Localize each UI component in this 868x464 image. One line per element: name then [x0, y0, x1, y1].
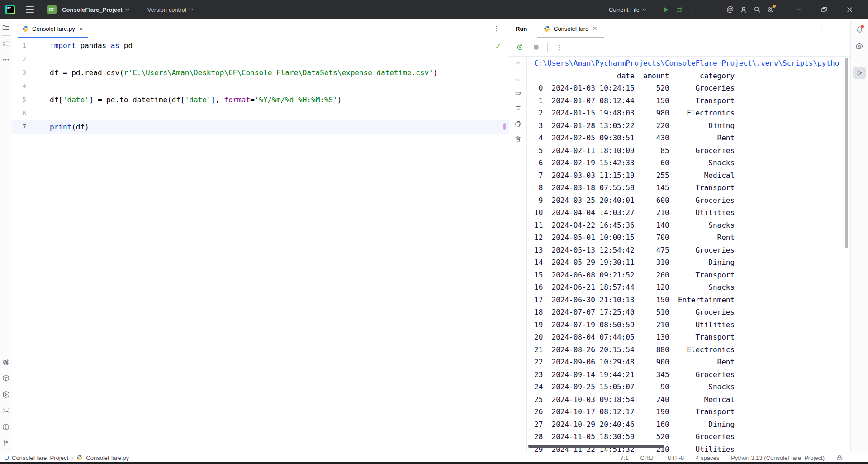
structure-tool-button[interactable]: [1, 38, 11, 48]
line-number[interactable]: 7: [12, 123, 26, 130]
up-stacktrace-button[interactable]: [514, 60, 522, 68]
scroll-to-end-button[interactable]: [514, 105, 522, 113]
console-table-row: 12 2024-05-01 10:00:15 700 Rent: [534, 231, 844, 244]
vcs-label: Version control: [147, 6, 186, 13]
run-panel-hide-icon[interactable]: —: [832, 25, 839, 32]
editor-tab-consoleflare[interactable]: ConsoleFlare.py ×: [18, 19, 88, 38]
settings-button[interactable]: [764, 3, 778, 16]
main-menu-icon[interactable]: [26, 6, 34, 13]
code-line[interactable]: 4: [12, 79, 509, 93]
code-with-me-button[interactable]: [737, 3, 750, 16]
structure-icon: [2, 40, 9, 47]
python-packages-tool-button[interactable]: [1, 373, 11, 383]
editor-options-icon[interactable]: ⋮: [493, 24, 500, 33]
console-output[interactable]: C:\Users\Aman\PycharmProjects\ConsoleFla…: [534, 57, 844, 453]
terminal-tool-button[interactable]: [1, 406, 11, 416]
run-button[interactable]: [659, 3, 673, 16]
kebab-icon: ⋮: [556, 43, 563, 52]
row-amount: 430: [643, 134, 669, 142]
run-tool-window: Run ConsoleFlare ✕ ⋮ —: [509, 19, 850, 453]
caret-position-widget[interactable]: 7:1: [620, 454, 628, 461]
restore-button[interactable]: [816, 3, 832, 16]
line-number[interactable]: 3: [12, 69, 26, 76]
row-amount: 310: [643, 258, 669, 267]
print-button[interactable]: [514, 120, 522, 128]
row-date: 2024-05-01 10:00:15: [552, 233, 635, 242]
code-text[interactable]: df['date'] = pd.to_datetime(df['date'], …: [26, 96, 342, 104]
more-tool-windows-button[interactable]: [1, 55, 11, 65]
chevron-down-icon: [642, 8, 646, 11]
ai-chat-tool-button[interactable]: [854, 42, 864, 52]
code-text[interactable]: print(df): [26, 123, 89, 131]
clear-console-button[interactable]: [514, 135, 522, 143]
python-console-tool-button[interactable]: [1, 357, 11, 367]
breadcrumb-project[interactable]: ConsoleFlare_Project: [12, 454, 68, 461]
tab-close-icon[interactable]: ×: [78, 25, 84, 32]
debug-button[interactable]: [673, 3, 686, 16]
arrow-up-icon: [515, 61, 522, 67]
project-badge: CF: [47, 5, 57, 14]
row-category: Transport: [678, 333, 735, 341]
run-configuration-selector[interactable]: Current File: [606, 5, 649, 15]
indent-widget[interactable]: 4 spaces: [696, 454, 719, 461]
inspections-ok-icon[interactable]: ✓: [495, 42, 501, 50]
bug-icon: [676, 6, 683, 13]
encoding-widget[interactable]: UTF-8: [667, 454, 684, 461]
line-number[interactable]: 1: [12, 42, 26, 49]
soft-wrap-button[interactable]: [514, 90, 522, 98]
breadcrumb-file[interactable]: ConsoleFlare.py: [86, 454, 129, 461]
ai-assistant-button[interactable]: @: [723, 3, 737, 16]
stop-button[interactable]: [530, 42, 542, 53]
interpreter-widget[interactable]: Python 3.13 (ConsoleFlare_Project): [731, 454, 825, 461]
line-number[interactable]: 2: [12, 55, 26, 62]
line-number[interactable]: 5: [12, 96, 26, 103]
code-line[interactable]: 6: [12, 106, 509, 120]
services-tool-button[interactable]: [1, 389, 11, 399]
run-more-options-button[interactable]: ⋮: [553, 42, 565, 53]
row-category: Dining: [678, 258, 735, 267]
row-date: 2024-10-17 08:12:17: [552, 407, 635, 416]
project-selector[interactable]: ConsoleFlare_Project: [57, 5, 132, 15]
line-ending-widget[interactable]: CRLF: [640, 454, 655, 461]
run-tab-consoleflare[interactable]: ConsoleFlare ✕: [537, 19, 604, 38]
close-button[interactable]: [842, 3, 857, 16]
run-tool-window-button[interactable]: [853, 67, 866, 79]
minimize-button[interactable]: [791, 3, 806, 16]
console-table-row: 11 2024-04-22 16:45:36 140 Snacks: [534, 219, 844, 232]
more-actions-button[interactable]: ⋮: [686, 3, 700, 16]
version-control-tool-button[interactable]: [1, 438, 11, 448]
project-tool-button[interactable]: [1, 23, 11, 33]
line-number[interactable]: 6: [12, 110, 26, 117]
row-category: Snacks: [678, 383, 735, 391]
code-editor[interactable]: 1 import pandas as pd 2 3 df = pd.read_c…: [12, 38, 509, 453]
search-everywhere-button[interactable]: [750, 3, 764, 16]
editor-tab-bar: ConsoleFlare.py × ⋮: [12, 19, 509, 38]
row-date: 2024-02-05 09:30:51: [552, 134, 635, 142]
code-text[interactable]: import pandas as pd: [26, 41, 133, 50]
code-line[interactable]: 5 df['date'] = pd.to_datetime(df['date']…: [12, 93, 509, 106]
row-category: Groceries: [678, 196, 735, 205]
code-line[interactable]: 7 print(df): [12, 120, 509, 134]
console-table-row: 22 2024-09-06 10:29:48 900 Rent: [534, 356, 844, 368]
line-number[interactable]: 4: [12, 82, 26, 90]
trash-icon: [515, 135, 522, 142]
run-tab-close-icon[interactable]: ✕: [592, 26, 598, 31]
notifications-button[interactable]: [854, 24, 864, 34]
console-horizontal-scrollbar[interactable]: [528, 445, 664, 448]
run-panel-more-icon[interactable]: ⋮: [818, 25, 825, 32]
module-icon: [5, 456, 9, 460]
problems-tool-button[interactable]: [1, 422, 11, 432]
breadcrumb-separator: ›: [71, 454, 73, 461]
row-date: 2024-07-07 17:25:40: [552, 308, 635, 316]
rerun-button[interactable]: [514, 42, 526, 53]
code-line[interactable]: 1 import pandas as pd: [12, 38, 509, 52]
lock-icon[interactable]: [836, 454, 843, 461]
code-line[interactable]: 3 df = pd.read_csv(r'C:\Users\Aman\Deskt…: [12, 66, 509, 79]
row-index: 28: [534, 432, 543, 441]
console-vertical-scrollbar[interactable]: [845, 58, 848, 248]
row-amount: 90: [643, 383, 669, 391]
code-line[interactable]: 2: [12, 52, 509, 66]
code-text[interactable]: df = pd.read_csv(r'C:\Users\Aman\Desktop…: [26, 68, 437, 77]
down-stacktrace-button[interactable]: [514, 75, 522, 83]
vcs-widget[interactable]: Version control: [145, 5, 196, 15]
